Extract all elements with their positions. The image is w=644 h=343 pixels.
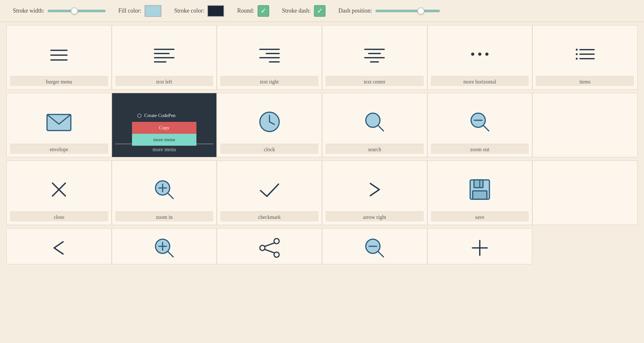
dash-position-thumb[interactable] bbox=[417, 7, 424, 15]
search-label: search bbox=[326, 144, 424, 154]
context-menu-header[interactable]: ⬡ Create CodePen bbox=[132, 109, 196, 122]
arrow-left-visual bbox=[10, 235, 108, 261]
text-left-label: text left bbox=[115, 76, 213, 86]
codepen-icon: ⬡ bbox=[137, 113, 142, 119]
icon-cell-text-center[interactable]: text center bbox=[322, 25, 427, 90]
zoom-out-2-visual bbox=[326, 235, 424, 261]
text-right-label: text right bbox=[220, 76, 318, 86]
dash-position-label: Dash position: bbox=[338, 7, 372, 14]
svg-line-53 bbox=[265, 243, 274, 246]
zoom-in-2-visual bbox=[115, 235, 213, 261]
icon-grid-row2: envelope ⬡ Create CodePen Copy more menu… bbox=[0, 93, 644, 161]
envelope-label: envelope bbox=[10, 144, 108, 154]
svg-line-49 bbox=[168, 252, 173, 257]
icon-cell-zoom-out[interactable]: zoom out bbox=[427, 93, 533, 157]
icon-cell-arrow-right[interactable]: arrow right bbox=[322, 161, 427, 225]
svg-point-52 bbox=[260, 245, 265, 250]
svg-line-35 bbox=[484, 126, 489, 131]
icon-cell-share[interactable] bbox=[217, 228, 322, 264]
burger-menu-visual bbox=[10, 32, 108, 76]
round-check-icon: ✓ bbox=[260, 7, 266, 15]
svg-point-16 bbox=[478, 53, 481, 56]
icon-grid-row1: burger menu text left text right bbox=[0, 22, 644, 93]
dash-position-slider[interactable] bbox=[375, 10, 440, 12]
icon-cell-more-menu[interactable]: ⬡ Create CodePen Copy more menu more men… bbox=[112, 93, 217, 157]
items-label: items bbox=[536, 76, 634, 86]
toolbar: Stroke width: Fill color: Stroke color: … bbox=[0, 0, 644, 22]
svg-point-50 bbox=[274, 239, 279, 244]
close-visual bbox=[10, 167, 108, 211]
save-visual bbox=[431, 167, 529, 211]
svg-point-20 bbox=[576, 53, 578, 55]
save-label: save bbox=[431, 211, 529, 221]
icon-cell-envelope[interactable]: envelope bbox=[6, 93, 112, 157]
icon-cell-close[interactable]: close bbox=[6, 161, 112, 225]
context-menu-more[interactable]: more menu bbox=[132, 134, 196, 146]
icon-cell-clock[interactable]: clock bbox=[217, 93, 322, 157]
dash-position-control: Dash position: bbox=[338, 7, 440, 14]
svg-point-15 bbox=[471, 53, 474, 56]
checkmark-visual bbox=[220, 167, 318, 211]
more-horizontal-visual bbox=[431, 32, 529, 76]
burger-menu-label: burger menu bbox=[10, 76, 108, 86]
context-menu-copy[interactable]: Copy bbox=[132, 122, 196, 134]
svg-rect-43 bbox=[474, 180, 483, 188]
share-visual bbox=[220, 235, 318, 261]
zoom-in-label: zoom in bbox=[115, 211, 213, 221]
stroke-width-control: Stroke width: bbox=[13, 7, 106, 14]
stroke-dash-control: Stroke dash: ✓ bbox=[282, 5, 326, 17]
zoom-in-visual bbox=[115, 167, 213, 211]
icon-cell-zoom-in[interactable]: zoom in bbox=[112, 161, 217, 225]
stroke-color-label: Stroke color: bbox=[174, 7, 204, 14]
icon-cell-items[interactable]: items bbox=[532, 25, 638, 90]
icon-cell-more-horizontal[interactable]: more horizontal bbox=[427, 25, 533, 90]
icon-cell-save[interactable]: save bbox=[427, 161, 533, 225]
round-checkbox[interactable]: ✓ bbox=[258, 5, 269, 17]
icon-cell-text-right[interactable]: text right bbox=[217, 25, 322, 90]
svg-point-18 bbox=[576, 49, 578, 51]
icon-cell-zoom-in-2[interactable] bbox=[112, 228, 217, 264]
svg-line-54 bbox=[265, 250, 274, 253]
fill-color-label: Fill color: bbox=[118, 7, 142, 14]
icon-cell-plus[interactable] bbox=[427, 228, 533, 264]
stroke-width-thumb[interactable] bbox=[71, 7, 78, 15]
round-label: Round: bbox=[237, 7, 254, 14]
arrow-right-visual bbox=[326, 167, 424, 211]
icon-cell-search[interactable]: search bbox=[322, 93, 427, 157]
search-visual bbox=[326, 100, 424, 144]
svg-point-31 bbox=[366, 113, 380, 127]
svg-line-32 bbox=[378, 126, 384, 131]
svg-line-57 bbox=[378, 252, 384, 257]
stroke-dash-check-icon: ✓ bbox=[317, 7, 323, 15]
icon-cell-empty bbox=[532, 93, 638, 157]
stroke-width-label: Stroke width: bbox=[13, 7, 44, 14]
icon-cell-text-left[interactable]: text left bbox=[112, 25, 217, 90]
context-menu: ⬡ Create CodePen Copy more menu bbox=[132, 109, 196, 146]
items-visual bbox=[536, 32, 634, 76]
create-codepen-label: Create CodePen bbox=[144, 113, 175, 118]
stroke-color-box[interactable] bbox=[207, 5, 224, 17]
text-left-visual bbox=[115, 32, 213, 76]
svg-point-22 bbox=[576, 58, 578, 60]
svg-rect-44 bbox=[473, 191, 487, 199]
svg-line-41 bbox=[168, 193, 173, 199]
more-menu-label: more menu bbox=[153, 137, 175, 142]
stroke-dash-checkbox[interactable]: ✓ bbox=[314, 5, 326, 17]
more-horizontal-label: more horizontal bbox=[431, 76, 529, 86]
checkmark-label: checkmark bbox=[220, 211, 318, 221]
icon-cell-arrow-left[interactable] bbox=[6, 228, 112, 264]
stroke-dash-label: Stroke dash: bbox=[282, 7, 311, 14]
text-center-label: text center bbox=[326, 76, 424, 86]
icon-cell-burger-menu[interactable]: burger menu bbox=[6, 25, 112, 90]
stroke-width-slider[interactable] bbox=[48, 10, 106, 12]
svg-point-51 bbox=[274, 252, 279, 257]
icon-cell-checkmark[interactable]: checkmark bbox=[217, 161, 322, 225]
arrow-right-label: arrow right bbox=[326, 211, 424, 221]
icon-cell-empty2 bbox=[532, 161, 638, 225]
fill-color-control: Fill color: bbox=[118, 5, 162, 17]
text-right-visual bbox=[220, 32, 318, 76]
fill-color-box[interactable] bbox=[145, 5, 161, 17]
icon-cell-zoom-out-2[interactable] bbox=[322, 228, 427, 264]
envelope-visual bbox=[10, 100, 108, 144]
clock-visual bbox=[220, 100, 318, 144]
